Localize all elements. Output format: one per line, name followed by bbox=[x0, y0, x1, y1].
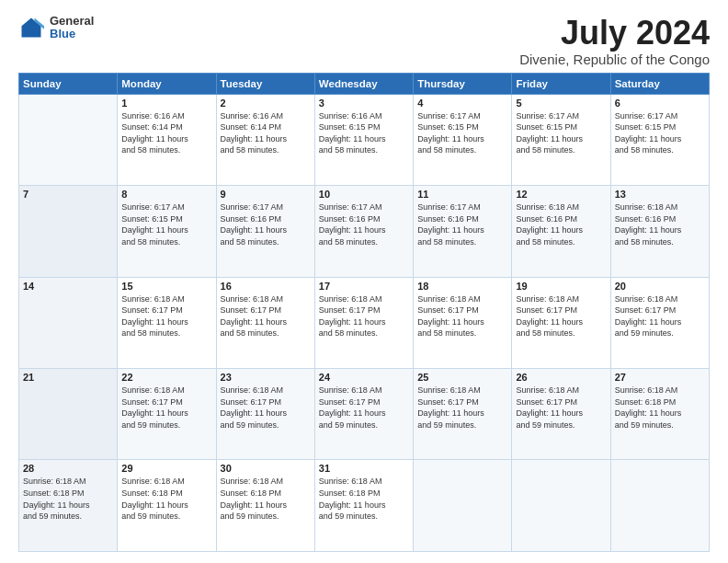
calendar-week-row: 78Sunrise: 6:17 AM Sunset: 6:15 PM Dayli… bbox=[19, 186, 710, 277]
calendar-week-row: 2122Sunrise: 6:18 AM Sunset: 6:17 PM Day… bbox=[19, 369, 710, 460]
day-info: Sunrise: 6:17 AM Sunset: 6:16 PM Dayligh… bbox=[221, 201, 311, 247]
logo-blue: Blue bbox=[50, 28, 94, 40]
day-info: Sunrise: 6:18 AM Sunset: 6:18 PM Dayligh… bbox=[23, 476, 113, 522]
calendar-cell: 29Sunrise: 6:18 AM Sunset: 6:18 PM Dayli… bbox=[118, 460, 216, 552]
calendar-cell: 20Sunrise: 6:18 AM Sunset: 6:17 PM Dayli… bbox=[610, 277, 709, 368]
day-number: 4 bbox=[417, 98, 507, 109]
day-number: 14 bbox=[23, 281, 113, 292]
day-info: Sunrise: 6:18 AM Sunset: 6:17 PM Dayligh… bbox=[221, 385, 311, 431]
calendar-cell bbox=[19, 94, 118, 185]
calendar-cell: 31Sunrise: 6:18 AM Sunset: 6:18 PM Dayli… bbox=[314, 460, 413, 552]
calendar-cell: 12Sunrise: 6:18 AM Sunset: 6:16 PM Dayli… bbox=[512, 186, 610, 277]
calendar-cell bbox=[414, 460, 512, 552]
day-info: Sunrise: 6:17 AM Sunset: 6:15 PM Dayligh… bbox=[516, 110, 606, 156]
calendar-week-row: 1Sunrise: 6:16 AM Sunset: 6:14 PM Daylig… bbox=[19, 94, 710, 185]
day-number: 30 bbox=[221, 463, 311, 474]
day-info: Sunrise: 6:17 AM Sunset: 6:15 PM Dayligh… bbox=[417, 110, 507, 156]
calendar-cell: 16Sunrise: 6:18 AM Sunset: 6:17 PM Dayli… bbox=[216, 277, 314, 368]
title-section: July 2024 Divenie, Republic of the Congo bbox=[519, 15, 710, 67]
calendar-cell: 3Sunrise: 6:16 AM Sunset: 6:15 PM Daylig… bbox=[314, 94, 413, 185]
day-number: 2 bbox=[221, 98, 311, 109]
calendar-header-monday: Monday bbox=[118, 73, 216, 94]
day-info: Sunrise: 6:18 AM Sunset: 6:17 PM Dayligh… bbox=[121, 385, 211, 431]
calendar-cell: 9Sunrise: 6:17 AM Sunset: 6:16 PM Daylig… bbox=[216, 186, 314, 277]
day-info: Sunrise: 6:16 AM Sunset: 6:14 PM Dayligh… bbox=[121, 110, 211, 156]
day-number: 5 bbox=[516, 98, 606, 109]
month-title: July 2024 bbox=[519, 15, 710, 52]
calendar-cell: 2Sunrise: 6:16 AM Sunset: 6:14 PM Daylig… bbox=[216, 94, 314, 185]
calendar-week-row: 28Sunrise: 6:18 AM Sunset: 6:18 PM Dayli… bbox=[19, 460, 710, 552]
page: General Blue July 2024 Divenie, Republic… bbox=[0, 0, 728, 563]
calendar-cell: 19Sunrise: 6:18 AM Sunset: 6:17 PM Dayli… bbox=[512, 277, 610, 368]
calendar-cell: 30Sunrise: 6:18 AM Sunset: 6:18 PM Dayli… bbox=[216, 460, 314, 552]
day-info: Sunrise: 6:18 AM Sunset: 6:18 PM Dayligh… bbox=[615, 385, 705, 431]
day-number: 31 bbox=[319, 463, 409, 474]
day-number: 3 bbox=[319, 98, 409, 109]
day-number: 22 bbox=[121, 372, 211, 383]
day-number: 24 bbox=[319, 372, 409, 383]
calendar-header-saturday: Saturday bbox=[610, 73, 709, 94]
calendar-cell: 7 bbox=[19, 186, 118, 277]
calendar-cell: 21 bbox=[19, 369, 118, 460]
day-number: 29 bbox=[121, 463, 211, 474]
day-info: Sunrise: 6:18 AM Sunset: 6:17 PM Dayligh… bbox=[417, 385, 507, 431]
calendar-cell: 13Sunrise: 6:18 AM Sunset: 6:16 PM Dayli… bbox=[610, 186, 709, 277]
calendar-cell: 25Sunrise: 6:18 AM Sunset: 6:17 PM Dayli… bbox=[414, 369, 512, 460]
day-number: 27 bbox=[615, 372, 705, 383]
day-info: Sunrise: 6:17 AM Sunset: 6:15 PM Dayligh… bbox=[121, 201, 211, 247]
calendar-cell: 1Sunrise: 6:16 AM Sunset: 6:14 PM Daylig… bbox=[118, 94, 216, 185]
day-info: Sunrise: 6:18 AM Sunset: 6:17 PM Dayligh… bbox=[121, 293, 211, 339]
calendar-cell: 18Sunrise: 6:18 AM Sunset: 6:17 PM Dayli… bbox=[414, 277, 512, 368]
calendar-header-row: SundayMondayTuesdayWednesdayThursdayFrid… bbox=[19, 73, 710, 94]
calendar-cell: 27Sunrise: 6:18 AM Sunset: 6:18 PM Dayli… bbox=[610, 369, 709, 460]
day-info: Sunrise: 6:17 AM Sunset: 6:15 PM Dayligh… bbox=[615, 110, 705, 156]
logo-general: General bbox=[50, 15, 94, 28]
day-number: 13 bbox=[615, 189, 705, 200]
day-number: 19 bbox=[516, 281, 606, 292]
calendar-header-tuesday: Tuesday bbox=[216, 73, 314, 94]
calendar-header-friday: Friday bbox=[512, 73, 610, 94]
day-info: Sunrise: 6:18 AM Sunset: 6:18 PM Dayligh… bbox=[319, 476, 409, 522]
logo-icon bbox=[18, 15, 44, 40]
day-number: 15 bbox=[121, 281, 211, 292]
calendar-cell: 15Sunrise: 6:18 AM Sunset: 6:17 PM Dayli… bbox=[118, 277, 216, 368]
calendar-cell: 26Sunrise: 6:18 AM Sunset: 6:17 PM Dayli… bbox=[512, 369, 610, 460]
day-info: Sunrise: 6:18 AM Sunset: 6:16 PM Dayligh… bbox=[615, 201, 705, 247]
calendar-cell: 4Sunrise: 6:17 AM Sunset: 6:15 PM Daylig… bbox=[414, 94, 512, 185]
calendar-header-sunday: Sunday bbox=[19, 73, 118, 94]
header: General Blue July 2024 Divenie, Republic… bbox=[18, 15, 710, 67]
day-info: Sunrise: 6:16 AM Sunset: 6:15 PM Dayligh… bbox=[319, 110, 409, 156]
day-info: Sunrise: 6:16 AM Sunset: 6:14 PM Dayligh… bbox=[221, 110, 311, 156]
day-number: 20 bbox=[615, 281, 705, 292]
svg-marker-0 bbox=[22, 18, 41, 38]
logo-text: General Blue bbox=[50, 15, 94, 41]
day-info: Sunrise: 6:18 AM Sunset: 6:17 PM Dayligh… bbox=[221, 293, 311, 339]
day-info: Sunrise: 6:17 AM Sunset: 6:16 PM Dayligh… bbox=[319, 201, 409, 247]
day-number: 11 bbox=[417, 189, 507, 200]
calendar-cell: 28Sunrise: 6:18 AM Sunset: 6:18 PM Dayli… bbox=[19, 460, 118, 552]
calendar-cell: 23Sunrise: 6:18 AM Sunset: 6:17 PM Dayli… bbox=[216, 369, 314, 460]
day-number: 18 bbox=[417, 281, 507, 292]
day-number: 6 bbox=[615, 98, 705, 109]
day-info: Sunrise: 6:18 AM Sunset: 6:17 PM Dayligh… bbox=[417, 293, 507, 339]
calendar-header-wednesday: Wednesday bbox=[314, 73, 413, 94]
calendar-cell: 17Sunrise: 6:18 AM Sunset: 6:17 PM Dayli… bbox=[314, 277, 413, 368]
day-number: 9 bbox=[221, 189, 311, 200]
day-number: 7 bbox=[23, 189, 113, 200]
calendar-week-row: 1415Sunrise: 6:18 AM Sunset: 6:17 PM Day… bbox=[19, 277, 710, 368]
calendar-cell: 6Sunrise: 6:17 AM Sunset: 6:15 PM Daylig… bbox=[610, 94, 709, 185]
calendar-cell: 5Sunrise: 6:17 AM Sunset: 6:15 PM Daylig… bbox=[512, 94, 610, 185]
calendar-header-thursday: Thursday bbox=[414, 73, 512, 94]
calendar-cell: 22Sunrise: 6:18 AM Sunset: 6:17 PM Dayli… bbox=[118, 369, 216, 460]
day-number: 8 bbox=[121, 189, 211, 200]
day-number: 1 bbox=[121, 98, 211, 109]
day-number: 28 bbox=[23, 463, 113, 474]
day-info: Sunrise: 6:18 AM Sunset: 6:16 PM Dayligh… bbox=[516, 201, 606, 247]
calendar-cell: 14 bbox=[19, 277, 118, 368]
logo: General Blue bbox=[18, 15, 94, 41]
day-number: 26 bbox=[516, 372, 606, 383]
day-info: Sunrise: 6:17 AM Sunset: 6:16 PM Dayligh… bbox=[417, 201, 507, 247]
day-number: 25 bbox=[417, 372, 507, 383]
day-number: 23 bbox=[221, 372, 311, 383]
calendar-cell: 11Sunrise: 6:17 AM Sunset: 6:16 PM Dayli… bbox=[414, 186, 512, 277]
